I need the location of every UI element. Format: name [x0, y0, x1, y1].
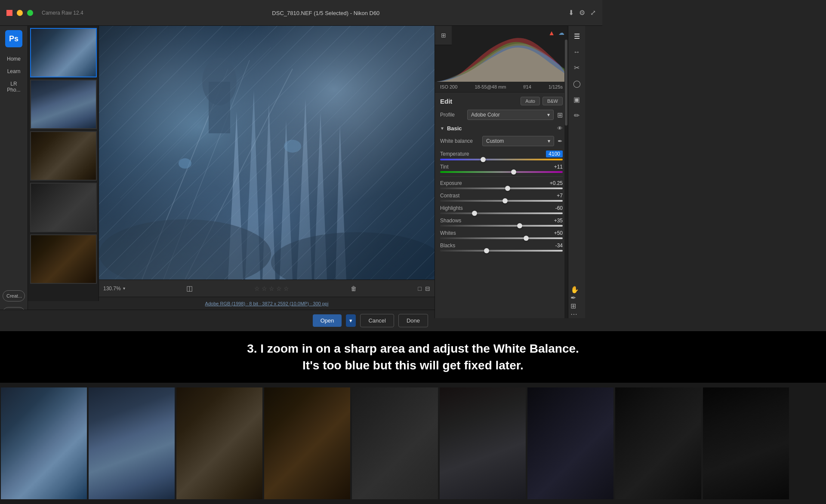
sidebar-item-home[interactable]: Home — [3, 54, 25, 64]
right-tool-transform-icon[interactable]: ↔ — [571, 46, 583, 58]
histogram-cloud-icon[interactable]: ☁ — [558, 29, 564, 36]
shadows-value[interactable]: +35 — [554, 218, 563, 224]
svg-marker-5 — [245, 90, 260, 280]
tool-panel-icon[interactable]: ⊞ — [441, 32, 446, 39]
right-tool-crop-icon[interactable]: ✂ — [572, 61, 582, 74]
contrast-value[interactable]: +7 — [557, 193, 563, 199]
trash-icon[interactable]: 🗑 — [351, 285, 357, 292]
star-5[interactable]: ☆ — [284, 285, 289, 292]
star-3[interactable]: ☆ — [269, 285, 274, 292]
save-icon[interactable]: ⬇ — [568, 9, 574, 17]
whites-track[interactable] — [440, 237, 563, 239]
exposure-value[interactable]: +0.25 — [550, 180, 563, 186]
header-bar: Camera Raw 12.4 DSC_7810.NEF (1/5 Select… — [0, 0, 602, 26]
bw-button[interactable]: B&W — [542, 97, 563, 105]
histogram-alert-icon[interactable]: ▲ — [548, 29, 555, 37]
bottom-thumb-6[interactable] — [440, 387, 526, 499]
sidebar-item-lr[interactable]: LR Pho... — [3, 79, 25, 95]
contrast-thumb[interactable] — [502, 198, 508, 203]
tint-track[interactable] — [440, 171, 563, 173]
highlights-value[interactable]: -60 — [555, 205, 563, 211]
highlights-thumb[interactable] — [472, 211, 477, 216]
svg-rect-1 — [99, 26, 435, 280]
svg-rect-3 — [99, 26, 435, 280]
right-tool-more-icon[interactable]: ⋯ — [568, 308, 579, 320]
right-tool-pen-icon[interactable]: ✏ — [572, 109, 582, 122]
maximize-btn[interactable] — [27, 10, 33, 16]
temperature-thumb[interactable] — [481, 157, 486, 162]
film-thumb-5[interactable] — [30, 234, 97, 284]
bottom-thumb-2[interactable] — [89, 387, 175, 499]
white-balance-eyedropper-icon[interactable]: ✒ — [558, 138, 563, 144]
film-thumb-2[interactable] — [30, 80, 97, 129]
white-balance-label: White balance — [440, 138, 479, 144]
blacks-value[interactable]: -34 — [555, 243, 563, 249]
basic-section-eye-icon[interactable]: 👁 — [557, 125, 563, 132]
profile-label: Profile — [440, 112, 464, 118]
create-button[interactable]: Creat... — [3, 290, 25, 301]
profile-grid-icon[interactable]: ⊞ — [557, 111, 563, 119]
scrollbar-thumb[interactable] — [565, 40, 567, 126]
white-balance-select[interactable]: Custom ▾ — [482, 136, 554, 146]
contrast-label: Contrast — [440, 193, 459, 199]
zoom-control[interactable]: 130.7% ▾ — [103, 286, 125, 292]
bottom-thumb-7[interactable] — [527, 387, 613, 499]
temperature-value[interactable]: 4100 — [546, 151, 563, 157]
star-4[interactable]: ☆ — [276, 285, 282, 292]
window-title: DSC_7810.NEF (1/5 Selected) - Nikon D60 — [272, 10, 379, 16]
exposure-thumb[interactable] — [505, 186, 510, 191]
cancel-button[interactable]: Cancel — [360, 314, 394, 327]
shadows-thumb[interactable] — [517, 223, 522, 228]
bottom-thumb-4[interactable] — [264, 387, 350, 499]
zoom-dropdown-icon: ▾ — [123, 286, 125, 291]
open-button[interactable]: Open — [313, 314, 342, 327]
close-btn[interactable] — [6, 10, 12, 16]
basic-section-header[interactable]: ▼ Basic 👁 — [440, 125, 563, 132]
rating-stars: ☆ ☆ ☆ ☆ ☆ — [254, 285, 289, 292]
right-tool-circle-icon[interactable]: ◯ — [571, 77, 583, 90]
sidebar-item-learn[interactable]: Learn — [3, 66, 25, 77]
bottom-thumb-1[interactable] — [1, 387, 87, 499]
blacks-thumb[interactable] — [484, 248, 489, 253]
bottom-thumb-5[interactable] — [352, 387, 438, 499]
single-view-btn[interactable]: □ — [418, 285, 422, 292]
exposure-label-row: Exposure +0.25 — [440, 180, 563, 186]
profile-select[interactable]: Adobe Color ▾ — [467, 110, 554, 120]
open-dropdown-btn[interactable]: ▾ — [346, 314, 356, 327]
film-thumb-1[interactable] — [30, 28, 97, 77]
exposure-track[interactable] — [440, 187, 563, 189]
blacks-track[interactable] — [440, 250, 563, 252]
done-button[interactable]: Done — [398, 314, 428, 327]
contrast-track[interactable] — [440, 200, 563, 202]
aperture-value: f/14 — [524, 84, 531, 89]
film-thumb-4[interactable] — [30, 183, 97, 232]
edit-title: Edit — [440, 98, 452, 105]
star-1[interactable]: ☆ — [254, 285, 260, 292]
file-info-text[interactable]: Adobe RGB (1998) · 8 bit · 3872 x 2592 (… — [205, 301, 329, 306]
temperature-track[interactable] — [440, 159, 563, 160]
compare-view-btn[interactable]: ⊟ — [425, 285, 430, 292]
whites-value[interactable]: +50 — [554, 230, 563, 236]
svg-marker-4 — [228, 112, 243, 280]
bottom-thumb-3[interactable] — [176, 387, 262, 499]
right-panel-scrollbar[interactable] — [564, 26, 568, 318]
filmstrip-toggle-icon[interactable]: ◫ — [186, 284, 193, 292]
bottom-thumb-8[interactable] — [615, 387, 701, 499]
right-tool-rect-icon[interactable]: ▣ — [571, 93, 582, 106]
settings-icon[interactable]: ⚙ — [579, 9, 585, 17]
right-tool-adjust-icon[interactable]: ☰ — [572, 30, 582, 43]
svg-line-14 — [120, 47, 271, 198]
tint-thumb[interactable] — [511, 169, 516, 175]
shadows-track[interactable] — [440, 225, 563, 227]
star-2[interactable]: ☆ — [262, 285, 267, 292]
film-thumb-3[interactable] — [30, 131, 97, 181]
minimize-btn[interactable] — [17, 10, 23, 16]
shadows-slider-row: Shadows +35 — [440, 218, 563, 227]
svg-marker-9 — [314, 112, 327, 280]
expand-icon[interactable]: ⤢ — [590, 9, 596, 17]
whites-thumb[interactable] — [524, 236, 529, 241]
bottom-thumb-9[interactable] — [703, 387, 789, 499]
highlights-track[interactable] — [440, 212, 563, 214]
auto-button[interactable]: Auto — [521, 97, 540, 105]
tint-value[interactable]: +11 — [554, 164, 563, 170]
